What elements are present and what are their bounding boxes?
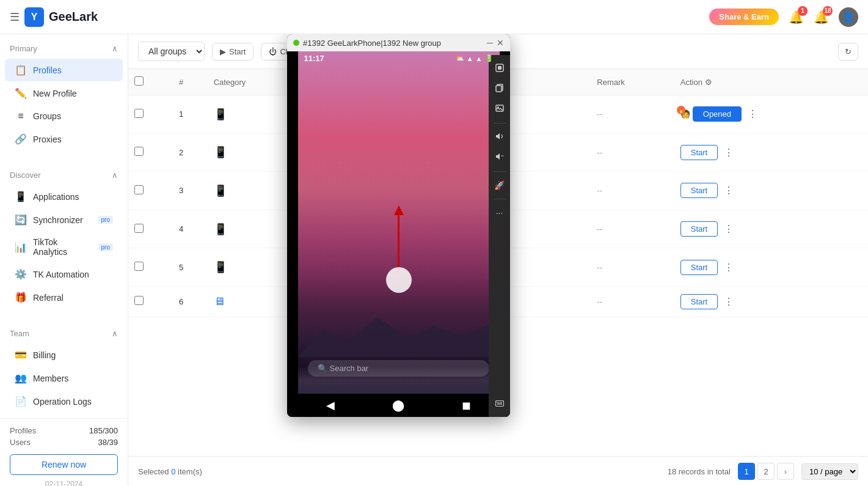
phone-tool-more[interactable]: ··· <box>492 204 507 221</box>
start-button[interactable]: ▶ Start <box>212 43 253 61</box>
phone-search-bar[interactable]: 🔍 Search bar <box>308 360 489 377</box>
phone-close-button[interactable]: ✕ <box>497 38 504 48</box>
row-action: Start ⋮ <box>674 210 868 248</box>
per-page-select[interactable]: 10 / page <box>801 463 858 480</box>
phone-tool-volume-down[interactable] <box>492 149 508 166</box>
phone-status-bar: 11:17 ⛅ ▲ ▲ 🔋 <box>298 51 500 65</box>
more-options-button[interactable]: ⋮ <box>744 107 761 121</box>
row-checkbox[interactable] <box>134 147 144 156</box>
sidebar-item-billing[interactable]: 💳 Billing <box>5 344 123 366</box>
svg-rect-3 <box>496 86 501 92</box>
start-button-row[interactable]: Start <box>680 294 718 309</box>
phone-tool-image[interactable] <box>492 100 508 118</box>
notification-bell-icon[interactable]: 🔔 1 <box>789 10 804 24</box>
select-all-checkbox[interactable] <box>134 76 144 86</box>
row-remark: -- <box>591 248 674 287</box>
phone-minimize-button[interactable]: ─ <box>487 38 493 48</box>
selected-info: Selected 0 item(s) <box>138 467 202 476</box>
phone-tool-copy[interactable] <box>492 80 508 98</box>
row-checkbox[interactable] <box>134 109 144 118</box>
discover-section-header[interactable]: Discover ∧ <box>0 166 128 185</box>
mountain-svg <box>298 308 500 357</box>
more-options-button[interactable]: ⋮ <box>720 222 737 236</box>
share-earn-banner[interactable]: Share & Earn <box>709 9 779 25</box>
row-checkbox-cell[interactable] <box>128 172 173 210</box>
groups-icon: ≡ <box>15 111 27 122</box>
synchronizer-label: Synchronizer <box>33 215 83 225</box>
more-options-button[interactable]: ⋮ <box>720 145 737 160</box>
phone-background: 🔍 Search bar <box>298 51 500 394</box>
start-button-row[interactable]: Start <box>680 145 718 160</box>
page-next-button[interactable]: › <box>777 463 794 480</box>
start-button-row[interactable]: Start <box>680 183 718 198</box>
logo-text: GeeLark <box>49 10 98 24</box>
phone-window[interactable]: #1392 GeeLarkPhone|1392 New group ─ ✕ 11… <box>287 34 510 417</box>
sidebar-item-tk-automation[interactable]: ⚙️ TK Automation <box>5 263 123 285</box>
row-checkbox[interactable] <box>134 296 144 305</box>
sidebar-item-groups[interactable]: ≡ Groups <box>5 105 123 127</box>
sidebar-item-operation-logs[interactable]: 📄 Operation Logs <box>5 390 123 413</box>
row-action: Start ⋮ <box>674 286 868 317</box>
sidebar-item-referral[interactable]: 🎁 Referral <box>5 286 123 309</box>
tk-automation-label: TK Automation <box>33 270 89 279</box>
row-checkbox[interactable] <box>134 224 144 233</box>
play-icon: ▶ <box>220 47 226 56</box>
th-checkbox[interactable] <box>128 69 173 95</box>
sidebar-item-synchronizer[interactable]: 🔄 Synchronizer pro <box>5 208 123 231</box>
opened-button[interactable]: Opened <box>693 106 742 122</box>
row-action: 🧑 🔥 Opened ⋮ <box>674 95 868 134</box>
phone-tool-volume-up[interactable] <box>492 128 508 146</box>
row-checkbox-cell[interactable] <box>128 248 173 287</box>
bell-icon[interactable]: 🔔 18 <box>814 10 829 24</box>
notification-badge: 1 <box>798 6 808 16</box>
groups-select[interactable]: All groups <box>138 42 205 61</box>
phone-back-button[interactable]: ◀ <box>326 399 335 412</box>
start-button-row[interactable]: Start <box>680 221 718 237</box>
action-icons: Start ⋮ <box>680 221 862 237</box>
phone-title: #1392 GeeLarkPhone|1392 New group <box>303 39 441 48</box>
page-button-1[interactable]: 1 <box>738 463 755 480</box>
phone-tool-rocket[interactable]: 🚀 <box>491 177 508 194</box>
phone-tool-keyboard[interactable] <box>492 395 508 412</box>
sidebar-item-profiles[interactable]: 📋 Profiles <box>5 59 123 81</box>
svg-rect-11 <box>501 402 502 403</box>
phone-recents-button[interactable]: ◼ <box>462 399 471 412</box>
row-checkbox[interactable] <box>134 185 144 194</box>
sidebar-item-applications[interactable]: 📱 Applications <box>5 185 123 208</box>
sidebar-item-proxies[interactable]: 🔗 Proxies <box>5 128 123 150</box>
row-number: 4 <box>173 210 208 248</box>
phone-icon: 📱 <box>214 185 227 197</box>
phone-circle-button[interactable] <box>386 267 412 293</box>
row-checkbox[interactable] <box>134 262 144 271</box>
row-checkbox-cell[interactable] <box>128 286 173 317</box>
row-checkbox-cell[interactable] <box>128 210 173 248</box>
svg-rect-9 <box>498 402 499 403</box>
operation-logs-label: Operation Logs <box>33 397 92 407</box>
sidebar-toggle[interactable]: ☰ <box>10 10 20 24</box>
row-checkbox-cell[interactable] <box>128 95 173 134</box>
page-button-2[interactable]: 2 <box>757 463 775 480</box>
more-options-button[interactable]: ⋮ <box>720 295 737 309</box>
phone-icon: 📱 <box>214 261 227 273</box>
team-section-header[interactable]: Team ∧ <box>0 324 128 343</box>
more-options-button[interactable]: ⋮ <box>720 260 737 274</box>
primary-section-header[interactable]: Primary ∧ <box>0 39 128 58</box>
more-options-button[interactable]: ⋮ <box>720 183 737 197</box>
start-button-row[interactable]: Start <box>680 260 718 275</box>
team-label: Team <box>10 329 29 338</box>
primary-section: Primary ∧ 📋 Profiles ✏️ New Profile ≡ Gr… <box>0 34 128 156</box>
svg-rect-10 <box>500 402 501 403</box>
renew-now-button[interactable]: Renew now <box>10 454 118 475</box>
refresh-button[interactable]: ↻ <box>838 43 858 61</box>
user-avatar[interactable]: 👤 <box>839 7 858 27</box>
phone-home-button[interactable]: ⬤ <box>392 399 404 412</box>
operation-logs-icon: 📄 <box>15 396 27 407</box>
sidebar-item-members[interactable]: 👥 Members <box>5 367 123 389</box>
phone-status-indicator <box>293 40 299 46</box>
logo-icon: Y <box>24 7 44 27</box>
sidebar-item-tiktok-analytics[interactable]: 📊 TikTok Analytics pro <box>5 232 123 262</box>
team-chevron-icon: ∧ <box>112 329 118 338</box>
sidebar-item-new-profile[interactable]: ✏️ New Profile <box>5 82 123 105</box>
row-checkbox-cell[interactable] <box>128 133 173 172</box>
settings-icon[interactable]: ⚙ <box>705 78 712 87</box>
